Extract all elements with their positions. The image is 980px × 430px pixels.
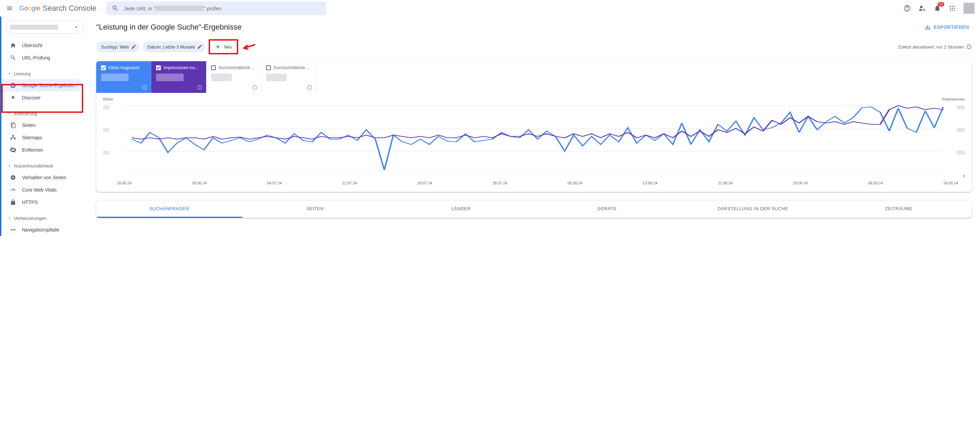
checkbox-icon — [211, 66, 216, 70]
search-icon — [10, 54, 16, 61]
help-icon[interactable]: ? — [307, 85, 312, 90]
sidebar-item-url-inspection[interactable]: URL-Prüfung — [2, 51, 83, 64]
tile-total-impressions[interactable]: Impressionen ins... ? — [151, 61, 206, 93]
hamburger-icon — [6, 5, 13, 12]
last-updated: Zuletzt aktualisiert: vor 2 Stunden ? — [898, 44, 972, 50]
export-button[interactable]: EXPORTIEREN — [922, 22, 972, 32]
home-icon — [10, 42, 16, 49]
data-table-card: SUCHANFRAGEN SEITEN LÄNDER GERÄTE DARSTE… — [96, 200, 972, 218]
chevron-down-icon — [6, 216, 13, 220]
sidebar-item-removals[interactable]: Entfernen — [2, 144, 83, 156]
chevron-down-icon — [6, 72, 13, 76]
filter-chip-search-type[interactable]: Suchtyp: Web — [96, 41, 139, 52]
property-selector[interactable] — [5, 21, 84, 34]
chevron-down-icon — [6, 164, 13, 168]
x-tick-label: 04.07.24 — [267, 181, 282, 185]
table-tabs: SUCHANFRAGEN SEITEN LÄNDER GERÄTE DARSTE… — [96, 200, 972, 218]
svg-point-8 — [950, 8, 951, 9]
svg-text:Google: Google — [19, 5, 40, 12]
performance-card: Klicks insgesamt ? Impressionen ins... ?… — [96, 61, 972, 192]
annotation-arrow-icon — [242, 43, 255, 51]
sidebar-item-core-web-vitals[interactable]: Core Web Vitals — [2, 184, 83, 196]
tile-value-redacted — [266, 74, 287, 81]
tab-countries[interactable]: LÄNDER — [388, 201, 534, 218]
tile-value-redacted — [101, 74, 129, 81]
annotation-highlight-new-button: Neu — [208, 39, 238, 54]
sidebar: Übersicht URL-Prüfung Leistung Google Su… — [0, 16, 88, 236]
user-avatar[interactable] — [964, 3, 975, 14]
svg-rect-18 — [14, 138, 16, 140]
chevron-down-icon — [73, 24, 80, 30]
svg-point-7 — [954, 6, 955, 7]
svg-point-10 — [954, 8, 955, 9]
filter-chip-new[interactable]: Neu — [211, 41, 236, 52]
edit-icon — [197, 44, 202, 50]
svg-point-4 — [924, 9, 925, 11]
checkbox-icon — [156, 66, 161, 70]
sidebar-item-overview[interactable]: Übersicht — [2, 39, 83, 51]
svg-text:?: ? — [199, 86, 201, 89]
help-button[interactable] — [900, 2, 914, 15]
sidebar-section-performance[interactable]: Leistung — [2, 68, 88, 79]
x-tick-label: 21.08.24 — [718, 181, 732, 185]
tab-dates[interactable]: ZEITRÄUME — [826, 201, 972, 218]
sidebar-section-enhancements[interactable]: Verbesserungen — [2, 213, 88, 224]
header-actions: 54 — [900, 2, 977, 15]
sidebar-item-https[interactable]: HTTPS — [2, 196, 83, 208]
sidebar-item-pages[interactable]: Seiten — [2, 119, 83, 131]
download-icon — [925, 24, 931, 30]
lock-icon — [10, 199, 16, 206]
sidebar-item-breadcrumbs[interactable]: Navigationspfade — [2, 224, 83, 236]
sidebar-item-discover[interactable]: Discover — [2, 91, 83, 104]
tab-search-appearance[interactable]: DARSTELLUNG IN DER SUCHE — [680, 201, 826, 218]
app-name: Search Console — [43, 4, 97, 13]
svg-point-3 — [920, 6, 923, 8]
notifications-badge: 54 — [938, 2, 944, 6]
tab-queries[interactable]: SUCHANFRAGEN — [96, 201, 242, 218]
svg-point-21 — [14, 229, 15, 230]
apps-grid-icon — [949, 5, 956, 12]
tile-total-clicks[interactable]: Klicks insgesamt ? — [96, 61, 151, 93]
discover-icon — [10, 94, 16, 101]
menu-button[interactable] — [3, 2, 16, 15]
url-search-bar[interactable]: Jede URL in "" prüfen — [106, 2, 326, 15]
sidebar-item-search-results[interactable]: Google Suche-Ergebnis... — [2, 79, 83, 91]
help-icon[interactable]: ? — [252, 85, 258, 90]
tab-pages[interactable]: SEITEN — [242, 201, 388, 218]
x-tick-label: 29.08.24 — [793, 181, 808, 185]
plus-icon — [215, 44, 221, 50]
x-tick-label: 18.06.24 — [117, 181, 132, 185]
filter-chip-date[interactable]: Datum: Letzte 3 Monate — [143, 41, 205, 52]
visibility-off-icon — [10, 147, 16, 153]
line-chart-svg[interactable] — [103, 102, 965, 171]
help-icon[interactable]: ? — [966, 44, 972, 50]
chart-left-axis-label: Klicks — [103, 97, 113, 101]
account-settings-button[interactable] — [915, 2, 929, 15]
logo-area[interactable]: Google Search Console — [19, 4, 97, 13]
help-icon[interactable]: ? — [142, 85, 148, 90]
search-placeholder: Jede URL in "" prüfen — [124, 5, 222, 11]
filter-row: Suchtyp: Web Datum: Letzte 3 Monate Neu … — [96, 39, 972, 54]
tab-devices[interactable]: GERÄTE — [534, 201, 680, 218]
tile-avg-position[interactable]: Durchschnittliche ... ? — [261, 61, 316, 93]
tile-avg-ctr[interactable]: Durchschnittliche ... ? — [206, 61, 261, 93]
chart-line-impressionen — [132, 106, 943, 139]
notifications-button[interactable]: 54 — [931, 2, 944, 15]
svg-point-11 — [950, 10, 951, 11]
checkbox-icon — [101, 66, 106, 70]
speed-icon — [10, 187, 16, 193]
x-tick-label: 28.07.24 — [493, 181, 508, 185]
header: Google Search Console Jede URL in "" prü… — [0, 0, 980, 16]
svg-rect-15 — [12, 124, 15, 128]
apps-button[interactable] — [946, 2, 959, 15]
tile-value-redacted — [211, 74, 232, 81]
sidebar-section-experience[interactable]: Nutzerfreundlichkeit — [2, 160, 88, 171]
sidebar-item-page-experience[interactable]: Verhalten von Seiten — [2, 171, 83, 184]
google-g-icon — [10, 82, 16, 89]
main-content: "Leistung in der Google Suche"-Ergebniss… — [88, 16, 980, 236]
sidebar-item-sitemaps[interactable]: Sitemaps — [2, 131, 83, 144]
google-logo-icon: Google — [19, 4, 41, 13]
sidebar-section-indexing[interactable]: Indexierung — [2, 108, 88, 119]
help-icon[interactable]: ? — [197, 85, 202, 90]
x-tick-label: 05.08.24 — [568, 181, 582, 185]
